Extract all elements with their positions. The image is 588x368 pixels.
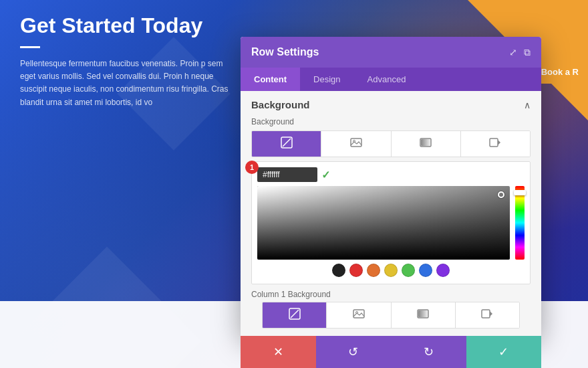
- swatch-orange[interactable]: [367, 264, 380, 277]
- undo-button[interactable]: ↺: [316, 336, 392, 368]
- background-label: Background: [241, 116, 541, 130]
- swatch-yellow[interactable]: [384, 264, 398, 277]
- svg-rect-2: [351, 139, 361, 147]
- svg-marker-7: [498, 140, 500, 145]
- close-icon[interactable]: ⧉: [524, 47, 531, 58]
- undo-icon: ↺: [348, 345, 358, 359]
- book-button[interactable]: Book a R: [533, 60, 588, 84]
- cancel-icon: ✕: [273, 345, 283, 359]
- cancel-button[interactable]: ✕: [241, 336, 316, 368]
- chevron-up-icon[interactable]: ∧: [524, 100, 531, 110]
- col1-bg-type-tabs: [262, 302, 520, 329]
- svg-line-1: [283, 139, 291, 147]
- color-picker: 1 ✓: [251, 161, 531, 284]
- section-header: Background ∧: [241, 91, 541, 116]
- hue-slider[interactable]: [515, 186, 525, 260]
- page-body-text: Pellentesque fermentum faucibus venenati…: [20, 58, 234, 109]
- swatch-purple[interactable]: [436, 264, 450, 277]
- svg-line-9: [291, 310, 299, 318]
- modal-tabs: Content Design Advanced: [241, 68, 541, 91]
- confirm-icon: ✓: [498, 345, 508, 359]
- tab-design[interactable]: Design: [300, 68, 353, 91]
- swatch-blue[interactable]: [419, 264, 432, 277]
- tab-advanced[interactable]: Advanced: [354, 68, 420, 91]
- bg-tab-gradient[interactable]: [392, 131, 461, 157]
- swatch-black[interactable]: [332, 264, 345, 277]
- tab-content[interactable]: Content: [241, 68, 300, 91]
- svg-rect-10: [353, 310, 364, 318]
- hex-confirm-icon[interactable]: ✓: [321, 169, 330, 181]
- page-title: Get Started Today: [20, 13, 234, 38]
- col1-bg-tab-image[interactable]: [327, 302, 391, 328]
- modal-header-icons: ⤢ ⧉: [509, 47, 531, 58]
- modal-title: Row Settings: [251, 46, 319, 58]
- section-title: Background: [251, 99, 310, 110]
- color-picker-wrapper: [257, 186, 525, 260]
- row-settings-modal: Row Settings ⤢ ⧉ Content Design Advanced…: [241, 37, 541, 338]
- confirm-button[interactable]: ✓: [466, 336, 542, 368]
- bg-type-tabs: [251, 130, 531, 157]
- bg-tab-image[interactable]: [321, 131, 391, 157]
- page-divider: [20, 46, 40, 48]
- number-badge: 1: [245, 161, 259, 174]
- bg-tab-none[interactable]: [252, 131, 321, 157]
- redo-icon: ↻: [424, 345, 434, 359]
- svg-rect-14: [482, 310, 490, 318]
- bg-tab-video[interactable]: [461, 131, 530, 157]
- col1-bg-tab-none[interactable]: [263, 302, 327, 328]
- col1-bg-label: Column 1 Background: [251, 290, 531, 299]
- svg-rect-13: [418, 310, 428, 317]
- saturation-lightness-picker[interactable]: [257, 186, 510, 260]
- redo-button[interactable]: ↻: [391, 336, 466, 368]
- picker-cursor: [498, 191, 504, 198]
- swatch-green[interactable]: [402, 264, 415, 277]
- hue-knob: [514, 190, 526, 195]
- swatch-red[interactable]: [349, 264, 363, 277]
- color-swatches: [257, 260, 525, 278]
- action-bar: ✕ ↺ ↻ ✓: [241, 336, 541, 368]
- svg-rect-6: [490, 139, 498, 147]
- fullscreen-icon[interactable]: ⤢: [509, 47, 517, 58]
- hex-input[interactable]: [257, 167, 317, 182]
- modal-header: Row Settings ⤢ ⧉: [241, 37, 541, 68]
- hex-row: ✓: [257, 167, 525, 182]
- col1-bg-tab-gradient[interactable]: [392, 302, 456, 328]
- svg-rect-5: [421, 139, 430, 146]
- page-content-area: Get Started Today Pellentesque fermentum…: [0, 0, 254, 122]
- svg-marker-15: [490, 311, 492, 316]
- col1-bg-tab-video[interactable]: [456, 302, 519, 328]
- col1-bg-section: Column 1 Background: [241, 284, 541, 331]
- modal-body: Background ∧ Background: [241, 91, 541, 338]
